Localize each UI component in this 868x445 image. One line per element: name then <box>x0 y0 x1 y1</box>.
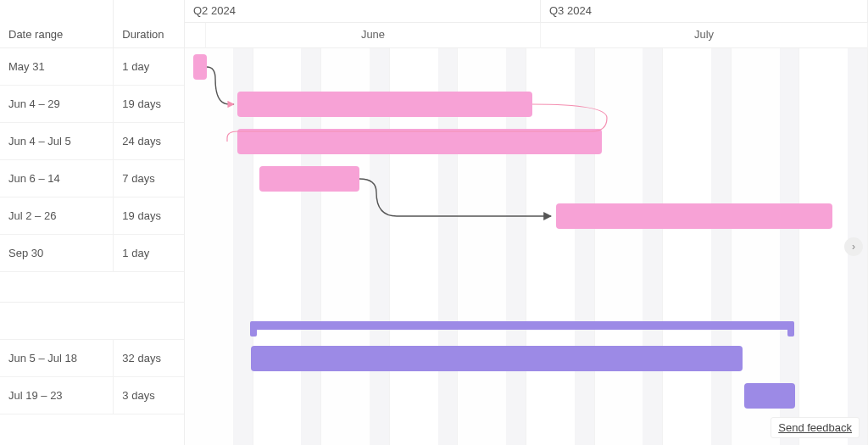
table-row[interactable]: Jun 4 – 2919 days <box>0 86 184 123</box>
gantt-bar[interactable] <box>193 54 207 80</box>
cell-duration: 1 day <box>114 48 184 85</box>
table-row[interactable]: Jul 19 – 233 days <box>0 377 184 414</box>
chevron-right-icon: › <box>852 241 855 253</box>
table-row[interactable]: Jun 5 – Jul 1832 days <box>0 340 184 377</box>
header-duration[interactable]: Duration <box>114 0 184 47</box>
table-row[interactable]: Jun 6 – 147 days <box>0 160 184 197</box>
cell-duration: 24 days <box>114 123 184 159</box>
table-row[interactable]: May 311 day <box>0 48 184 86</box>
table-header: Date range Duration <box>0 0 184 48</box>
cell-duration: 19 days <box>114 197 184 234</box>
gantt-bar[interactable] <box>237 92 532 117</box>
task-table: Date range Duration May 311 day Jun 4 – … <box>0 0 185 445</box>
cell-date-range: Jun 4 – 29 <box>0 86 114 122</box>
month-partial-may <box>185 23 206 48</box>
cell-duration: 32 days <box>114 340 184 376</box>
table-row[interactable]: Jul 2 – 2619 days <box>0 197 184 235</box>
gantt-chart[interactable]: Q2 2024 Q3 2024 June July <box>185 0 868 445</box>
gantt-bar[interactable] <box>556 203 832 229</box>
cell-date-range: Jun 5 – Jul 18 <box>0 340 114 376</box>
cell-date-range: Jul 19 – 23 <box>0 377 114 414</box>
quarter-label: Q2 2024 <box>185 0 541 22</box>
gantt-bar[interactable] <box>251 346 743 371</box>
cell-date-range: Jun 4 – Jul 5 <box>0 123 114 159</box>
cell-date-range: Jul 2 – 26 <box>0 197 114 234</box>
gantt-tracks <box>185 48 868 445</box>
cell-date-range: Sep 30 <box>0 235 114 271</box>
cell-duration: 7 days <box>114 160 184 197</box>
group-spacer <box>0 272 184 303</box>
table-row[interactable]: Sep 301 day <box>0 235 184 272</box>
gantt-bar[interactable] <box>744 383 795 409</box>
cell-duration: 19 days <box>114 86 184 122</box>
cell-date-range: May 31 <box>0 48 114 85</box>
table-row[interactable]: Jun 4 – Jul 524 days <box>0 123 184 160</box>
gantt-summary-bar[interactable] <box>251 321 793 330</box>
timeline-header: Q2 2024 Q3 2024 June July <box>185 0 868 48</box>
summary-row[interactable] <box>0 303 184 340</box>
header-date-range[interactable]: Date range <box>0 0 114 47</box>
month-label: June <box>206 23 541 48</box>
gantt-bar[interactable] <box>259 166 359 192</box>
month-label: July <box>541 23 868 48</box>
scroll-right-button[interactable]: › <box>844 237 863 256</box>
cell-duration: 3 days <box>114 377 184 414</box>
quarter-label: Q3 2024 <box>541 0 868 22</box>
cell-duration: 1 day <box>114 235 184 271</box>
gantt-bar[interactable] <box>237 129 602 154</box>
cell-date-range: Jun 6 – 14 <box>0 160 114 197</box>
send-feedback-link[interactable]: Send feedback <box>771 417 860 438</box>
